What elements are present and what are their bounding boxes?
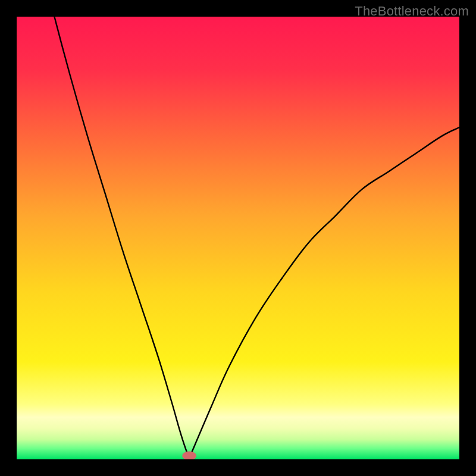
plot-area xyxy=(17,17,459,459)
gradient-background xyxy=(17,17,459,459)
watermark-text: TheBottleneck.com xyxy=(355,4,469,19)
chart-frame: TheBottleneck.com xyxy=(0,0,476,476)
chart-svg xyxy=(17,17,459,459)
